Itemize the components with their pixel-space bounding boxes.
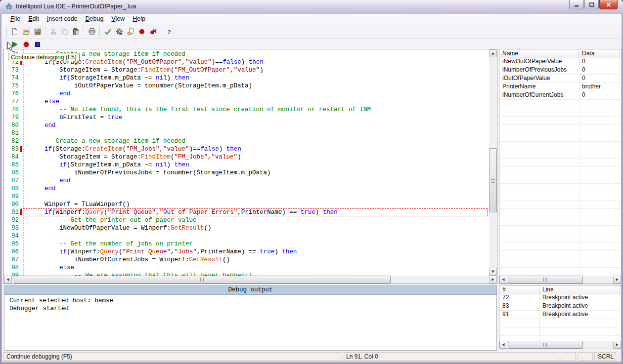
code-viewport[interactable]: 71 -- Create a new storage item if neede… — [4, 49, 489, 276]
watch-row[interactable] — [499, 117, 621, 125]
watch-row[interactable] — [499, 175, 621, 184]
watch-row[interactable] — [499, 125, 621, 133]
bkpt-panel-horizontal-scrollbar[interactable] — [499, 341, 621, 349]
watch-row[interactable] — [499, 142, 621, 150]
line-number[interactable]: 80 — [4, 121, 19, 129]
code-line-81[interactable]: 81 — [4, 129, 489, 137]
scrollbar-thumb[interactable] — [508, 341, 583, 349]
column-header-line[interactable]: Line — [539, 285, 620, 294]
line-number[interactable]: 93 — [4, 224, 19, 232]
code-line-96[interactable]: 96 if(Winperf:Query("Print Queue","Jobs"… — [4, 248, 489, 256]
cut-button[interactable] — [47, 26, 59, 37]
line-number[interactable]: 83 — [4, 145, 19, 153]
menu-insert-code[interactable]: Insert code — [43, 14, 82, 25]
breakpoint-button[interactable] — [136, 26, 147, 37]
line-number[interactable]: 74 — [4, 74, 19, 82]
code-line-94[interactable]: 94 — [4, 232, 489, 240]
code-line-78[interactable]: 78 -- No item found, this is the first t… — [4, 106, 489, 114]
new-file-button[interactable] — [9, 26, 20, 37]
breakpoint-marker[interactable] — [20, 146, 22, 152]
code-line-88[interactable]: 88 end — [4, 185, 489, 193]
line-number[interactable]: 87 — [4, 177, 19, 185]
line-number[interactable]: 90 — [4, 201, 19, 208]
line-number[interactable]: 98 — [4, 264, 19, 272]
code-line-83[interactable]: 83 if(Storage:CreateItem("PM_Jobs","valu… — [4, 145, 489, 153]
code-line-98[interactable]: 98 else — [4, 264, 489, 272]
copy-button[interactable] — [59, 26, 70, 37]
watch-row[interactable] — [499, 251, 621, 259]
watch-row[interactable]: iNumberOfPreviousJobs0 — [499, 66, 621, 75]
scroll-right-button[interactable] — [613, 341, 621, 349]
code-line-90[interactable]: 90 Winperf = TLuaWinperf() — [4, 201, 489, 208]
open-file-button[interactable] — [20, 26, 32, 37]
maximize-button[interactable] — [584, 0, 599, 9]
watch-row[interactable] — [499, 159, 621, 167]
watch-row[interactable] — [499, 268, 621, 276]
code-line-79[interactable]: 79 bFirstTest = true — [4, 114, 489, 121]
scroll-down-button[interactable] — [489, 268, 497, 276]
watch-panel-horizontal-scrollbar[interactable] — [499, 276, 621, 283]
line-number[interactable]: 94 — [4, 232, 19, 240]
column-header--[interactable]: # — [499, 285, 539, 294]
line-number[interactable]: 96 — [4, 248, 19, 256]
breakpoint-row[interactable]: 72Breakpoint active — [499, 294, 621, 302]
menu-view[interactable]: View — [107, 14, 129, 25]
watch-row[interactable]: PrinterNamebrother — [499, 83, 621, 91]
editor-vertical-scrollbar[interactable] — [489, 49, 497, 276]
watch-row[interactable] — [499, 133, 621, 142]
menu-file[interactable]: File — [6, 14, 24, 25]
scrollbar-thumb[interactable] — [508, 276, 583, 283]
scroll-left-button[interactable] — [499, 276, 507, 283]
watch-row[interactable]: iNewOutOfPaperValue0 — [499, 58, 621, 66]
watch-row[interactable] — [499, 217, 621, 226]
code-line-82[interactable]: 82 -- Create a new storage item if neede… — [4, 137, 489, 145]
line-number[interactable]: 81 — [4, 129, 19, 137]
watch-row[interactable] — [499, 209, 621, 217]
column-header-name[interactable]: Name — [499, 49, 579, 58]
watch-row[interactable] — [499, 150, 621, 159]
column-header-data[interactable]: Data — [579, 49, 620, 58]
line-number[interactable]: 78 — [4, 106, 19, 114]
code-line-87[interactable]: 87 end — [4, 177, 489, 185]
code-line-85[interactable]: 85 if(StorageItem.m_pData ~= nil) then — [4, 161, 489, 169]
title-bar[interactable]: Intellipool Lua IDE - PrinterOutOfPaper_… — [0, 0, 623, 14]
scroll-left-button[interactable] — [499, 341, 507, 349]
code-line-99[interactable]: 99 -- We are assuming that this will nev… — [4, 272, 489, 276]
line-number[interactable]: 89 — [4, 193, 19, 201]
breakpoint-row[interactable] — [499, 319, 621, 327]
breakpoint-row[interactable]: 83Breakpoint active — [499, 302, 621, 311]
line-number[interactable]: 75 — [4, 82, 19, 90]
menu-edit[interactable]: Edit — [24, 14, 43, 25]
watch-row[interactable] — [499, 192, 621, 201]
watch-row[interactable] — [499, 243, 621, 251]
syntax-check-button[interactable] — [102, 26, 113, 37]
code-line-95[interactable]: 95 -- Get the number of jobs on printer — [4, 240, 489, 248]
save-button[interactable] — [32, 26, 43, 37]
scroll-left-button[interactable] — [4, 276, 12, 283]
watch-row[interactable] — [499, 226, 621, 234]
watch-row[interactable]: iOutOfPaperValue0 — [499, 75, 621, 83]
line-number[interactable]: 82 — [4, 137, 19, 145]
watch-row[interactable] — [499, 201, 621, 209]
code-line-86[interactable]: 86 iNumberOfPreviousJobs = tonumber(Stor… — [4, 169, 489, 177]
code-line-89[interactable]: 89 — [4, 193, 489, 201]
line-number[interactable]: 99 — [4, 272, 19, 276]
watch-row[interactable] — [499, 167, 621, 175]
watch-row[interactable]: iNumberOfCurrentJobs0 — [499, 91, 621, 100]
line-number[interactable]: 88 — [4, 185, 19, 193]
line-number[interactable]: 85 — [4, 161, 19, 169]
code-line-84[interactable]: 84 StorageItem = Storage:FindItem("PM_Jo… — [4, 153, 489, 161]
line-number[interactable]: 91 — [4, 208, 19, 216]
scroll-up-button[interactable] — [489, 49, 497, 57]
menu-help[interactable]: Help — [129, 14, 149, 25]
watch-row[interactable] — [499, 184, 621, 192]
build-button[interactable] — [113, 26, 125, 37]
help-button[interactable]: ? — [163, 26, 175, 37]
resize-grip[interactable] — [614, 354, 620, 361]
line-number[interactable]: 92 — [4, 216, 19, 224]
editor-horizontal-scrollbar[interactable] — [4, 276, 497, 283]
line-number[interactable]: 79 — [4, 114, 19, 121]
minimize-button[interactable] — [569, 0, 584, 9]
menu-debug[interactable]: Debug — [82, 14, 108, 25]
break-button[interactable] — [20, 39, 32, 50]
